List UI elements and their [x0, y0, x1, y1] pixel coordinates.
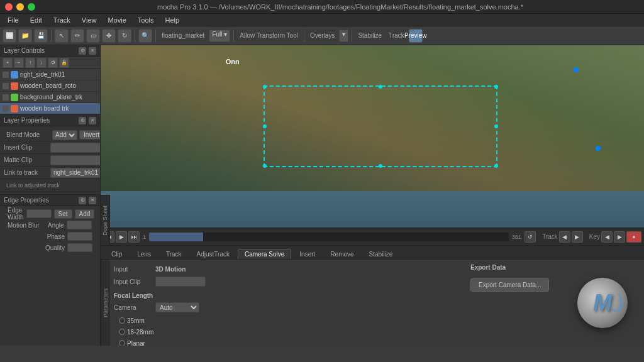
- input-label: Input: [114, 266, 152, 273]
- layer-properties: Layer Properties ⚙ ✕ Blend Mode Add Inve…: [0, 114, 100, 346]
- layer-item-selected[interactable]: wooden board trk: [0, 103, 100, 114]
- insert-clip-input[interactable]: [50, 143, 100, 153]
- layer-close-icon[interactable]: ✕: [89, 47, 96, 55]
- camera-select[interactable]: Auto: [155, 302, 199, 312]
- input-clip-input[interactable]: [155, 277, 206, 287]
- preview-btn[interactable]: Preview: [409, 29, 423, 43]
- menu-track[interactable]: Track: [48, 15, 75, 25]
- tab-camera-solve[interactable]: Camera Solve: [238, 249, 291, 259]
- open-btn[interactable]: 📁: [18, 29, 32, 43]
- edge-set-btn[interactable]: Set: [54, 209, 72, 219]
- edge-props-close-icon[interactable]: ✕: [89, 197, 96, 204]
- logo-c-icon: [610, 293, 623, 312]
- layer-settings2-icon[interactable]: ⚙: [48, 58, 58, 68]
- layer-eye-icon[interactable]: [3, 83, 9, 89]
- track-label: Track: [542, 233, 558, 240]
- tl-record-btn[interactable]: ●: [626, 231, 641, 243]
- focal-length-title: Focal Length: [114, 292, 464, 299]
- add-layer-btn[interactable]: +: [3, 58, 13, 68]
- tl-key-next[interactable]: ▶: [614, 231, 625, 243]
- sep4: [233, 30, 234, 42]
- layer-props-settings-icon[interactable]: ⚙: [79, 117, 86, 124]
- link-track-select[interactable]: right_side_trk01: [50, 168, 100, 178]
- maximize-button[interactable]: [28, 3, 35, 11]
- fl-radio[interactable]: [119, 317, 125, 324]
- layer-eye-icon[interactable]: [3, 94, 9, 101]
- fl-radio[interactable]: [119, 340, 125, 346]
- menubar: File Edit Track View Movie Tools Help: [0, 14, 644, 26]
- tab-clip[interactable]: Clip: [104, 249, 129, 259]
- quality-input[interactable]: 4.20: [67, 243, 92, 252]
- menu-file[interactable]: File: [3, 15, 24, 25]
- sep6: [352, 30, 352, 42]
- layer-item[interactable]: wooden_board_roto: [0, 80, 100, 92]
- layer-down-btn[interactable]: ↓: [36, 58, 47, 68]
- edge-width-input[interactable]: [26, 209, 52, 218]
- tab-stabilize[interactable]: Stabilize: [362, 249, 400, 259]
- tl-next-btn[interactable]: ⏭: [128, 231, 140, 243]
- pen-tool[interactable]: ✏: [70, 29, 84, 43]
- matte-clip-input[interactable]: [50, 155, 100, 165]
- layer-item[interactable]: background_plane_trk: [0, 92, 100, 103]
- view-dropdown[interactable]: Full ▾: [209, 30, 230, 42]
- fl-35mm[interactable]: 35mm: [119, 315, 464, 326]
- angle-input[interactable]: 180: [67, 221, 92, 229]
- menu-movie[interactable]: Movie: [103, 15, 131, 25]
- timeline-track[interactable]: [149, 233, 509, 241]
- layer-lock-icon[interactable]: 🔒: [59, 58, 69, 68]
- titlebar: mocha Pro 3.1.0 — /Volumes/WORK_III/moch…: [0, 0, 644, 14]
- menu-tools[interactable]: Tools: [133, 15, 159, 25]
- tl-track-next[interactable]: ▶: [572, 231, 583, 243]
- edge-props-settings-icon[interactable]: ⚙: [79, 197, 86, 204]
- tl-key-prev[interactable]: ◀: [601, 231, 613, 243]
- menu-help[interactable]: Help: [160, 15, 184, 25]
- fl-planar[interactable]: Planar: [119, 338, 464, 346]
- delete-layer-btn[interactable]: −: [14, 58, 24, 68]
- tab-track[interactable]: Track: [159, 249, 189, 259]
- fl-radio[interactable]: [119, 329, 125, 335]
- focal-options: 35mm 18-28mm Planar: [119, 315, 464, 346]
- menu-view[interactable]: View: [77, 15, 102, 25]
- edge-add-btn[interactable]: Add: [75, 209, 95, 219]
- tl-play-btn[interactable]: ▶: [116, 231, 127, 243]
- layer-eye-icon[interactable]: [3, 72, 9, 78]
- overlays-dropdown[interactable]: ▾: [339, 30, 348, 42]
- layer-item[interactable]: right_side_trk01: [0, 69, 100, 80]
- minimize-button[interactable]: [16, 3, 24, 11]
- bottom-content: Parameters Input 3D Motion Input Clip: [101, 260, 644, 346]
- rect-tool[interactable]: ▭: [86, 29, 100, 43]
- arrow-tool[interactable]: ↖: [55, 29, 69, 43]
- zoom-tool[interactable]: 🔍: [138, 29, 152, 43]
- new-btn[interactable]: ⬜: [3, 29, 16, 43]
- tab-remove[interactable]: Remove: [323, 249, 360, 259]
- layer-up-btn[interactable]: ↑: [25, 58, 35, 68]
- fl-18-28mm[interactable]: 18-28mm: [119, 327, 464, 337]
- tab-lens[interactable]: Lens: [130, 249, 158, 259]
- export-camera-btn[interactable]: Export Camera Data...: [470, 278, 549, 292]
- layer-color: [11, 82, 18, 90]
- layer-settings-icon[interactable]: ⚙: [79, 47, 86, 55]
- motion-blur-row: Motion Blur Angle 180: [4, 219, 96, 231]
- transform-tool-label: Allow Transform Tool: [237, 32, 301, 39]
- tab-insert[interactable]: Insert: [292, 249, 322, 259]
- tl-loop-btn[interactable]: ↺: [525, 231, 536, 243]
- rotate-tool[interactable]: ↻: [118, 29, 131, 43]
- blend-mode-select[interactable]: Add: [52, 130, 77, 140]
- layer-name: right_side_trk01: [20, 71, 97, 78]
- tab-adjust-track[interactable]: AdjustTrack: [190, 249, 236, 259]
- move-tool[interactable]: ✥: [102, 29, 116, 43]
- tl-frame-end: 361: [510, 234, 523, 240]
- phase-label: Phase: [47, 233, 65, 240]
- sep5: [304, 30, 304, 42]
- close-button[interactable]: [5, 3, 13, 11]
- layer-props-close-icon[interactable]: ✕: [89, 117, 96, 124]
- layer-eye-icon[interactable]: [3, 106, 9, 112]
- layer-name: background_plane_trk: [20, 94, 97, 101]
- phase-input[interactable]: [67, 232, 92, 241]
- invert-btn[interactable]: Invert: [79, 130, 100, 140]
- menu-edit[interactable]: Edit: [25, 15, 47, 25]
- save-btn[interactable]: 💾: [34, 29, 48, 43]
- sep2: [135, 30, 135, 42]
- tl-track-prev[interactable]: ◀: [559, 231, 570, 243]
- phase-row: Phase: [4, 231, 96, 242]
